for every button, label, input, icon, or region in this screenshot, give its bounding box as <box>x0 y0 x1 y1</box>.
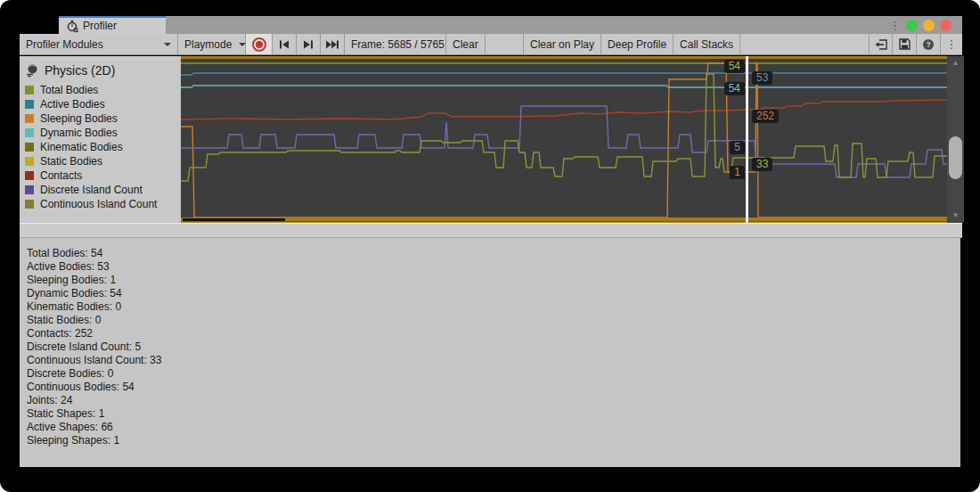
profiler-stopwatch-icon <box>66 20 78 33</box>
legend-label: Active Bodies <box>40 98 105 111</box>
stat-line: Kinematic Bodies: 0 <box>27 300 960 314</box>
legend-label: Discrete Island Count <box>40 184 143 196</box>
stat-line: Joints: 24 <box>27 394 960 407</box>
stat-line: Dynamic Bodies: 54 <box>27 287 960 300</box>
stat-line: Static Bodies: 0 <box>27 314 960 327</box>
stat-line: Contacts: 252 <box>27 327 960 340</box>
scroll-up-icon[interactable]: ▲ <box>947 59 964 68</box>
toolbar-gap <box>486 34 523 54</box>
series-continuous-island-count <box>181 74 947 181</box>
frame-counter: Frame: 5685 / 5765 <box>345 34 446 54</box>
tab-bar: Profiler ⋮ <box>20 16 962 34</box>
scroll-down-icon[interactable]: ▼ <box>947 211 964 220</box>
stat-line: Active Shapes: 66 <box>27 421 960 434</box>
legend-item[interactable]: Total Bodies <box>25 83 181 97</box>
series-active-bodies <box>181 73 947 75</box>
marker-value-label: 54 <box>724 82 745 95</box>
legend-item[interactable]: Kinematic Bodies <box>25 140 181 154</box>
pane-splitter[interactable] <box>20 223 962 238</box>
window-red-light[interactable] <box>940 20 951 31</box>
previous-frame-icon <box>279 40 290 49</box>
chevron-down-icon <box>164 43 171 46</box>
kebab-menu-icon: ⋮ <box>946 38 958 50</box>
stat-line: Total Bodies: 54 <box>27 247 960 260</box>
legend-label: Total Bodies <box>40 84 98 96</box>
save-icon <box>899 38 911 50</box>
legend-item[interactable]: Sleeping Bodies <box>25 111 181 126</box>
legend-swatch <box>25 157 34 166</box>
chart-top-border <box>181 56 947 59</box>
next-frame-button[interactable] <box>297 34 321 54</box>
window-yellow-light[interactable] <box>923 20 935 31</box>
module-title: Physics (2D) <box>45 63 115 78</box>
window-titlebar: ⋮ <box>166 16 962 34</box>
marker-value-label: 54 <box>724 60 745 73</box>
legend-label: Sleeping Bodies <box>40 112 118 125</box>
legend-label: Contacts <box>40 169 82 182</box>
marker-value-label: 252 <box>752 110 779 123</box>
marker-value-label: 1 <box>730 166 745 179</box>
physics-2d-icon <box>25 63 39 78</box>
scrollbar-thumb[interactable] <box>949 136 962 179</box>
call-stacks-button[interactable]: Call Stacks <box>674 34 740 54</box>
profiler-modules-label: Profiler Modules <box>26 38 103 51</box>
legend-item[interactable]: Dynamic Bodies <box>25 126 181 140</box>
profiler-modules-dropdown[interactable]: Profiler Modules <box>20 34 178 54</box>
legend-swatch <box>25 114 34 123</box>
previous-frame-button[interactable] <box>273 34 297 54</box>
tab-label: Profiler <box>83 20 117 32</box>
physics2d-module-panel: Physics (2D) Total BodiesActive BodiesSl… <box>20 56 181 223</box>
module-header: Physics (2D) <box>25 63 181 78</box>
legend-item[interactable]: Discrete Island Count <box>25 183 181 197</box>
legend-swatch <box>25 185 34 194</box>
stat-line: Discrete Bodies: 0 <box>27 367 960 381</box>
stat-line: Sleeping Bodies: 1 <box>27 274 960 287</box>
legend-item[interactable]: Active Bodies <box>25 97 181 111</box>
clear-button[interactable]: Clear <box>446 34 486 54</box>
titlebar-menu-icon[interactable]: ⋮ <box>889 20 901 31</box>
current-frame-icon <box>325 40 339 49</box>
profiler-chart[interactable]: 5453542525331 <box>181 56 947 223</box>
profiler-window: Profiler ⋮ Profiler Modules Playmode <box>0 0 980 492</box>
series-dynamic-bodies <box>181 86 947 87</box>
legend-label: Static Bodies <box>40 155 102 168</box>
marker-value-label: 5 <box>730 141 745 154</box>
playmode-target-dropdown[interactable]: Playmode <box>178 34 246 54</box>
toolbar-more-button[interactable]: ⋮ <box>941 34 962 54</box>
stat-line: Continuous Bodies: 54 <box>27 381 960 394</box>
legend-item[interactable]: Contacts <box>25 168 181 183</box>
legend-item[interactable]: Static Bodies <box>25 154 181 168</box>
current-frame-marker[interactable] <box>746 56 748 223</box>
tab-profiler[interactable]: Profiler <box>59 16 166 34</box>
chart-hscroll-indicator <box>183 218 285 221</box>
physics2d-details-panel: Total Bodies: 54Active Bodies: 53Sleepin… <box>20 238 960 467</box>
record-icon <box>252 37 266 52</box>
legend-item[interactable]: Continuous Island Count <box>25 197 181 211</box>
chart-bottom-border <box>181 217 947 221</box>
series-discrete-island-count <box>181 106 947 177</box>
legend-swatch <box>25 171 34 180</box>
legend-label: Continuous Island Count <box>40 198 157 210</box>
playmode-label: Playmode <box>184 38 232 51</box>
series-contacts <box>181 100 947 119</box>
legend-label: Dynamic Bodies <box>40 127 118 139</box>
record-button[interactable] <box>246 34 273 54</box>
load-icon <box>875 39 887 50</box>
svg-text:?: ? <box>926 40 930 49</box>
stat-line: Active Bodies: 53 <box>27 260 960 274</box>
legend-swatch <box>25 143 34 152</box>
legend-label: Kinematic Bodies <box>40 141 123 153</box>
window-green-light[interactable] <box>906 20 918 31</box>
marker-value-label: 33 <box>752 158 772 171</box>
deep-profile-button[interactable]: Deep Profile <box>601 34 674 54</box>
clear-on-play-button[interactable]: Clear on Play <box>523 34 601 54</box>
profiler-toolbar: Profiler Modules Playmode Frame: 5685 / … <box>20 34 962 55</box>
load-profile-button[interactable] <box>869 34 893 54</box>
save-profile-button[interactable] <box>893 34 917 54</box>
legend-swatch <box>25 128 34 137</box>
next-frame-icon <box>303 40 314 49</box>
help-icon: ? <box>922 38 935 51</box>
help-button[interactable]: ? <box>917 34 941 54</box>
stat-line: Discrete Island Count: 5 <box>27 340 960 354</box>
current-frame-button[interactable] <box>321 34 345 54</box>
